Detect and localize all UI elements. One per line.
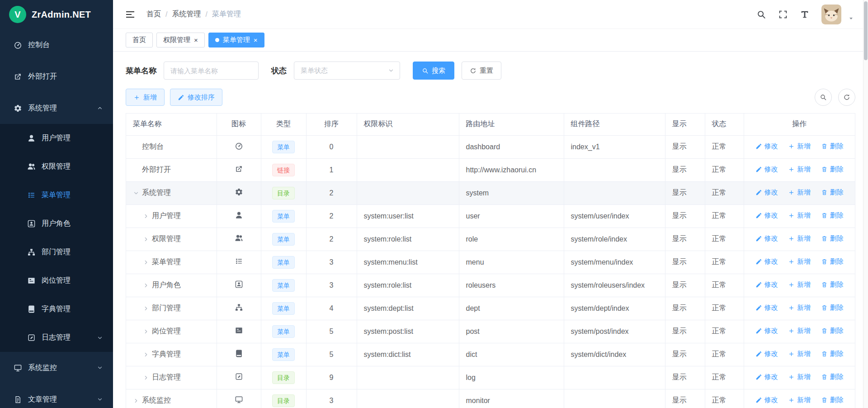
delete-link[interactable]: 删除 xyxy=(821,350,844,358)
table-row[interactable]: 日志管理 目录 9 log 显示 正常 修改 新增 删除 xyxy=(126,366,855,389)
page-scrollbar[interactable] xyxy=(863,0,868,408)
caret-down-icon[interactable] xyxy=(848,15,854,22)
sidebar-item-dict-book[interactable]: 字典管理 xyxy=(0,295,113,323)
reset-button[interactable]: 重置 xyxy=(462,62,501,80)
table-row[interactable]: 系统监控 目录 3 monitor 显示 正常 修改 新增 删除 xyxy=(126,389,855,408)
edit-link[interactable]: 修改 xyxy=(755,327,778,335)
sidebar-item-monitor[interactable]: 系统监控 xyxy=(0,352,113,384)
menu-toggle-icon[interactable] xyxy=(125,9,136,20)
edit-link[interactable]: 修改 xyxy=(755,257,778,266)
edit-link[interactable]: 修改 xyxy=(755,304,778,312)
delete-link[interactable]: 删除 xyxy=(821,304,844,312)
sidebar-item-article[interactable]: 文章管理 xyxy=(0,384,113,408)
table-row[interactable]: 用户角色 菜单 3 system:role:list roleusers sys… xyxy=(126,274,855,297)
tree-expand-icon[interactable] xyxy=(143,351,149,358)
table-row[interactable]: 岗位管理 菜单 5 system:post:list post system/p… xyxy=(126,320,855,343)
sort-button-label: 修改排序 xyxy=(188,93,215,102)
table-row[interactable]: 系统管理 目录 2 system 显示 正常 修改 新增 删除 xyxy=(126,181,855,204)
add-link[interactable]: 新增 xyxy=(788,350,811,358)
sidebar-item-dept-tree[interactable]: 部门管理 xyxy=(0,238,113,266)
add-link[interactable]: 新增 xyxy=(788,327,811,335)
sort-button[interactable]: 修改排序 xyxy=(170,89,222,106)
delete-link[interactable]: 删除 xyxy=(821,234,844,243)
tree-expand-icon[interactable] xyxy=(143,213,149,219)
sidebar-item-post-badge[interactable]: 岗位管理 xyxy=(0,266,113,295)
table-row[interactable]: 字典管理 菜单 5 system:dict:list dict system/d… xyxy=(126,343,855,366)
add-link[interactable]: 新增 xyxy=(788,142,811,151)
table-search-button[interactable] xyxy=(815,89,832,106)
table-row[interactable]: 外部打开 链接 1 http://www.izhaorui.cn 显示 正常 修… xyxy=(126,158,855,181)
avatar[interactable] xyxy=(821,5,841,24)
tree-expand-icon[interactable] xyxy=(143,328,149,335)
edit-link[interactable]: 修改 xyxy=(755,280,778,289)
add-link[interactable]: 新增 xyxy=(788,165,811,174)
tree-expand-icon[interactable] xyxy=(143,305,149,312)
sidebar-item-menu-list[interactable]: 菜单管理 xyxy=(0,181,113,209)
add-link[interactable]: 新增 xyxy=(788,373,811,381)
add-link[interactable]: 新增 xyxy=(788,188,811,197)
logo[interactable]: V ZrAdmin.NET xyxy=(0,0,113,29)
table-row[interactable]: 菜单管理 菜单 3 system:menu:list menu system/m… xyxy=(126,251,855,274)
edit-link[interactable]: 修改 xyxy=(755,396,778,404)
tab-0[interactable]: 首页 xyxy=(126,33,153,47)
delete-link[interactable]: 删除 xyxy=(821,142,844,151)
tree-expand-icon[interactable] xyxy=(143,375,149,381)
sidebar-item-users[interactable]: 权限管理 xyxy=(0,152,113,181)
edit-link[interactable]: 修改 xyxy=(755,373,778,381)
delete-link[interactable]: 删除 xyxy=(821,257,844,266)
sidebar-item-user[interactable]: 用户管理 xyxy=(0,124,113,152)
add-button[interactable]: 新增 xyxy=(126,89,165,106)
add-link[interactable]: 新增 xyxy=(788,257,811,266)
tree-expand-icon[interactable] xyxy=(143,282,149,289)
column-header: 排序 xyxy=(306,114,357,135)
sidebar-item-log[interactable]: 日志管理 xyxy=(0,323,113,352)
breadcrumb-item[interactable]: 首页 xyxy=(146,9,161,19)
font-size-icon[interactable] xyxy=(800,9,810,19)
add-link[interactable]: 新增 xyxy=(788,396,811,404)
trash-icon xyxy=(821,189,828,196)
sidebar-item-dashboard[interactable]: 控制台 xyxy=(0,29,113,61)
delete-link[interactable]: 删除 xyxy=(821,165,844,174)
search-icon[interactable] xyxy=(756,9,766,19)
table-refresh-button[interactable] xyxy=(838,89,855,106)
cell-perms xyxy=(357,135,459,158)
menu-status-select[interactable]: 菜单状态 xyxy=(294,62,400,80)
edit-link[interactable]: 修改 xyxy=(755,211,778,220)
edit-link[interactable]: 修改 xyxy=(755,142,778,151)
tree-expand-icon[interactable] xyxy=(143,259,149,266)
sidebar-item-user-role[interactable]: 用户角色 xyxy=(0,209,113,238)
edit-link[interactable]: 修改 xyxy=(755,165,778,174)
edit-link[interactable]: 修改 xyxy=(755,188,778,197)
edit-link[interactable]: 修改 xyxy=(755,234,778,243)
table-row[interactable]: 控制台 菜单 0 dashboard index_v1 显示 正常 修改 新增 … xyxy=(126,135,855,158)
menu-name-input[interactable] xyxy=(164,62,259,80)
tree-expand-icon[interactable] xyxy=(133,398,139,404)
sidebar-item-gear[interactable]: 系统管理 xyxy=(0,92,113,124)
add-link[interactable]: 新增 xyxy=(788,211,811,220)
tree-collapse-icon[interactable] xyxy=(133,190,139,196)
add-link[interactable]: 新增 xyxy=(788,234,811,243)
fullscreen-icon[interactable] xyxy=(778,9,788,19)
delete-link[interactable]: 删除 xyxy=(821,188,844,197)
sidebar-item-external-link[interactable]: 外部打开 xyxy=(0,61,113,92)
scrollbar-thumb[interactable] xyxy=(864,1,868,60)
tab-2[interactable]: 菜单管理 × xyxy=(208,33,264,47)
table-row[interactable]: 权限管理 菜单 2 system:role:list role system/r… xyxy=(126,228,855,251)
delete-link[interactable]: 删除 xyxy=(821,327,844,335)
table-row[interactable]: 部门管理 菜单 4 system:dept:list dept system/d… xyxy=(126,297,855,320)
tree-expand-icon[interactable] xyxy=(143,236,149,242)
delete-link[interactable]: 删除 xyxy=(821,211,844,220)
edit-link[interactable]: 修改 xyxy=(755,350,778,358)
table-row[interactable]: 用户管理 菜单 2 system:user:list user system/u… xyxy=(126,204,855,228)
delete-link[interactable]: 删除 xyxy=(821,396,844,404)
add-link[interactable]: 新增 xyxy=(788,280,811,289)
breadcrumb-item[interactable]: 系统管理 xyxy=(172,9,201,19)
delete-link[interactable]: 删除 xyxy=(821,373,844,381)
delete-link[interactable]: 删除 xyxy=(821,280,844,289)
close-icon[interactable]: × xyxy=(254,37,258,43)
add-link[interactable]: 新增 xyxy=(788,304,811,312)
close-icon[interactable]: × xyxy=(194,37,198,43)
tab-1[interactable]: 权限管理 × xyxy=(156,33,205,47)
search-button[interactable]: 搜索 xyxy=(413,62,454,80)
cell-actions: 修改 新增 删除 xyxy=(744,343,855,366)
